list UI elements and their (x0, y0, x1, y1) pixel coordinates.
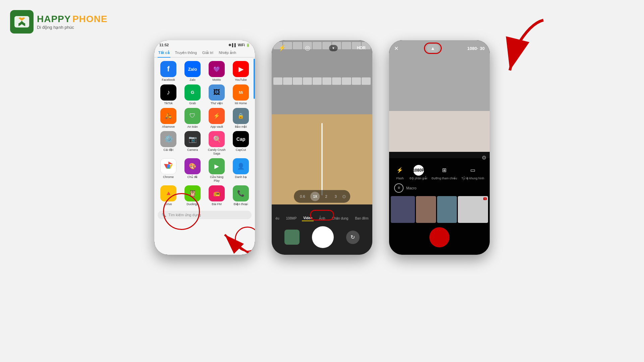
tab-media[interactable]: Truyền thông (174, 49, 198, 57)
p3-grid-setting[interactable]: ⊞ Đường tham chiếu (432, 165, 457, 180)
logo-tagline: Di động hạnh phúc (37, 25, 108, 30)
app-drive-label: Drive (165, 202, 172, 206)
app-chude[interactable]: 🎨 Chủ đề (182, 158, 203, 183)
app-momo[interactable]: 💜 MoMo (206, 61, 227, 82)
app-facebook-label: Facebook (162, 78, 175, 82)
logo-icon (10, 10, 34, 34)
app-tiktok[interactable]: ♪ TikTok (158, 84, 179, 105)
p2-gallery-thumb[interactable] (284, 230, 300, 245)
mode-anh[interactable]: Ảnh (318, 216, 326, 221)
app-chude-label: Chủ đề (187, 175, 198, 179)
tab-photography[interactable]: Nhiếp ảnh (218, 49, 237, 57)
zoom-3[interactable]: 3 (333, 193, 339, 199)
mode-video[interactable]: Video (302, 216, 314, 221)
phone-3: ✕ ▲ 1080· 30 (389, 40, 490, 255)
app-candy[interactable]: 🍭 Candy Crush Saga (206, 131, 227, 156)
app-mihome[interactable]: Mi Mi Home (230, 84, 252, 105)
tab-all[interactable]: Tất cả (158, 49, 170, 58)
app-baomatapp-label: Bảo mật (235, 125, 247, 129)
app-drive[interactable]: 🔺 Drive (158, 185, 179, 206)
app-contacts[interactable]: 👤 Danh bạ (230, 158, 252, 183)
app-antoan-label: An toàn (187, 125, 198, 129)
facebook-icon: f (160, 61, 176, 77)
p3-settings-icon: ✕ (394, 45, 398, 52)
p3-1080p-setting[interactable]: 1080P Độ phân giải (410, 165, 427, 180)
app-duolingo[interactable]: 🦉 Duolingo (182, 185, 203, 206)
caidat-icon: ⚙️ (160, 131, 176, 147)
p2-controls: ↻ (272, 226, 372, 248)
p2-hdr-btn[interactable]: HDR (357, 46, 366, 50)
app-facebook[interactable]: f Facebook (158, 61, 179, 82)
p3-gallery-strip: ● (389, 194, 490, 225)
app-antoan[interactable]: 🛡 An toàn (182, 108, 203, 129)
p2-camera-view (272, 40, 372, 204)
gallery-thumb-2[interactable] (416, 196, 436, 223)
p3-res-display: 1080· 30 (467, 46, 485, 51)
p3-top-bar: ✕ ▲ 1080· 30 (389, 40, 490, 56)
app-zalo-label: Zalo (190, 78, 196, 82)
p3-flash-setting[interactable]: ⚡ Flash (394, 165, 405, 180)
app-chrome[interactable]: Chrome (158, 158, 179, 183)
zoom-1x[interactable]: 1X (311, 192, 320, 201)
p3-record-btn[interactable] (429, 227, 449, 247)
key (332, 77, 341, 85)
p3-settings-row: ⚡ Flash 1080P Độ phân giải ⊞ Đường tham … (389, 161, 490, 182)
zoom-2[interactable]: 2 (323, 193, 329, 199)
key (352, 77, 361, 85)
phones-container: 11:52 ✱ ▌▌ WiFi 🔋 Tất cả Truyền thông Gi… (154, 40, 490, 255)
p2-dropdown[interactable]: ▾ (329, 45, 338, 51)
ahamove-icon: 🛵 (160, 108, 176, 124)
key (283, 77, 292, 85)
app-daifm[interactable]: 📻 Đài FM (206, 185, 227, 206)
zoom-0.6[interactable]: 0.6 (298, 193, 307, 199)
gallery-thumb-3[interactable] (437, 196, 457, 223)
p3-1080p-icon: 1080P (413, 165, 424, 176)
p3-chevron-icon: ▲ (431, 46, 435, 51)
app-caidat-label: Cài đặt (163, 148, 173, 152)
p3-res-btn[interactable]: ▲ (427, 44, 439, 52)
p3-flash-icon: ⚡ (394, 165, 405, 176)
app-thuvien[interactable]: 🖼 Thư viện (206, 84, 227, 105)
app-playstore[interactable]: ▶ Cửa hàng Play (206, 158, 227, 183)
p2-flash-icon: ⚡ (278, 44, 286, 52)
app-youtube-label: YouTube (235, 78, 247, 82)
p3-grid-icon: ⊞ (439, 165, 450, 176)
mode-chandung[interactable]: Chân dung (331, 216, 350, 221)
app-ahamove-label: Ahamove (162, 125, 175, 129)
mode-108mp[interactable]: 108MP (285, 216, 298, 221)
app-caidat[interactable]: ⚙️ Cài đặt (158, 131, 179, 156)
logo-happy: HAPPY (37, 14, 71, 24)
app-zalo[interactable]: Zalo Zalo (182, 61, 203, 82)
p3-fps-text: 30 (480, 46, 485, 51)
p1-search-bar[interactable]: 🔍 Tìm kiếm ứng dụng (158, 211, 252, 219)
p2-focus-icon: ◎ (305, 44, 310, 52)
gallery-thumb-1[interactable] (391, 196, 415, 223)
app-phone[interactable]: 📞 Điện thoại (230, 185, 252, 206)
key (313, 77, 322, 85)
app-ahamove[interactable]: 🛵 Ahamove (158, 108, 179, 129)
daifm-icon: 📻 (209, 185, 225, 201)
p1-status-bar: 11:52 ✱ ▌▌ WiFi 🔋 (154, 40, 255, 49)
mode-bandem[interactable]: Ban đêm (354, 216, 370, 221)
p2-shutter-btn[interactable] (312, 226, 334, 248)
p3-ratio-setting[interactable]: ▭ Tỷ lệ khung hình (462, 165, 484, 180)
p3-screen: ✕ ▲ 1080· 30 (389, 40, 490, 255)
app-capcut[interactable]: Cap CapCut (230, 131, 252, 156)
p2-screen: ⚡ ◎ ▾ HDR 0.6 1X 2 3 ⊙ éu (272, 40, 372, 255)
tab-entertainment[interactable]: Giải trí (202, 49, 214, 57)
phone-1: 11:52 ✱ ▌▌ WiFi 🔋 Tất cả Truyền thông Gi… (154, 40, 255, 255)
p3-resolution-text: 1080· (467, 46, 478, 51)
app-thuvien-label: Thư viện (211, 102, 223, 105)
app-baomatApp[interactable]: 🔒 Bảo mật (230, 108, 252, 129)
p2-flip-btn[interactable]: ↻ (346, 231, 360, 244)
key (293, 77, 302, 85)
app-grab[interactable]: G Grab (182, 84, 203, 105)
app-youtube[interactable]: ▶ YouTube (230, 61, 252, 82)
cable (321, 123, 323, 195)
mode-eu[interactable]: éu (274, 216, 281, 221)
app-appvault[interactable]: ⚡ App vault (206, 108, 227, 129)
search-placeholder: Tìm kiếm ứng dụng (168, 213, 201, 217)
key (362, 77, 371, 85)
gallery-thumb-4[interactable]: ● (458, 196, 488, 223)
app-camera[interactable]: 📷 Camera (182, 131, 203, 156)
